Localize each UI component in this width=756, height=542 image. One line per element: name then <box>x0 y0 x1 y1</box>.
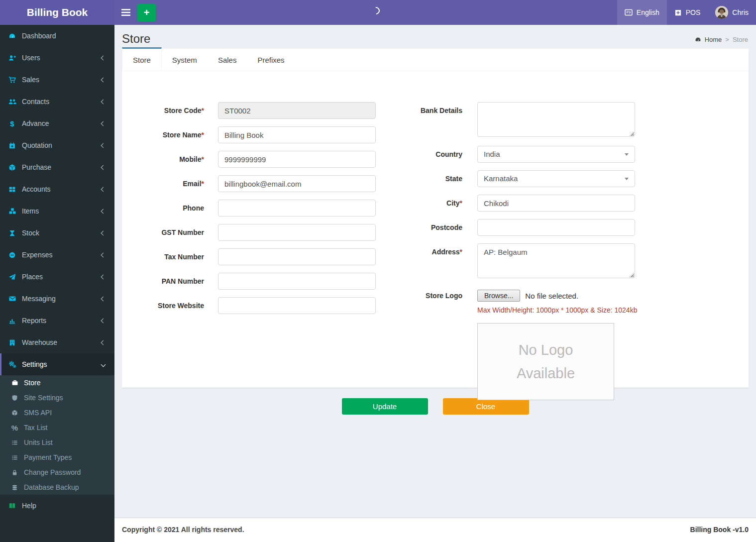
field-store-code: Store Code* <box>122 102 378 119</box>
cart-icon <box>7 76 17 84</box>
chevron-left-icon <box>101 187 106 192</box>
chevron-left-icon <box>101 55 106 60</box>
address-textarea[interactable]: AP: Belgaum <box>477 243 635 278</box>
sidebar-item-sales[interactable]: Sales <box>0 69 114 91</box>
home-icon <box>695 36 701 43</box>
user-name: Chris <box>732 8 749 16</box>
sidebar-item-purchase[interactable]: Purchase <box>0 156 114 178</box>
chevron-left-icon <box>101 274 106 279</box>
cube-icon <box>10 410 19 416</box>
calendar-plus-icon <box>7 142 17 149</box>
sidebar-item-warehouse[interactable]: Warehouse <box>0 331 114 353</box>
sidebar-item-users[interactable]: Users <box>0 47 114 69</box>
field-city: City* <box>380 195 642 212</box>
language-label: English <box>637 8 659 16</box>
store-code-input[interactable] <box>218 102 376 119</box>
sidebar-item-contacts[interactable]: Contacts <box>0 91 114 112</box>
sidebar-item-settings[interactable]: Settings <box>0 353 114 375</box>
sidebar-item-expenses[interactable]: Expenses <box>0 244 114 266</box>
users-icon <box>7 98 17 106</box>
bank-details-textarea[interactable] <box>477 102 635 137</box>
tax-number-input[interactable] <box>218 248 376 265</box>
sidebar-item-dashboard[interactable]: Dashboard <box>0 25 114 47</box>
phone-input[interactable] <box>218 200 376 217</box>
field-store-website: Store Website <box>122 297 378 314</box>
country-select[interactable]: India <box>477 146 635 163</box>
sidebar-item-places[interactable]: Places <box>0 266 114 288</box>
submenu-item-sms-api[interactable]: SMS API <box>0 405 114 420</box>
submenu-item-store[interactable]: Store <box>0 375 114 390</box>
field-gst-number: GST Number <box>122 224 378 241</box>
field-postcode: Postcode <box>380 219 642 236</box>
field-pan-number: PAN Number <box>122 273 378 290</box>
city-input[interactable] <box>477 195 635 212</box>
envelope-icon <box>7 295 17 303</box>
grid-icon <box>7 186 17 193</box>
breadcrumb-current: Store <box>733 36 748 43</box>
field-tax-number: Tax Number <box>122 248 378 265</box>
field-store-name: Store Name* <box>122 126 378 143</box>
chevron-left-icon <box>101 340 106 345</box>
sidebar-item-quotation[interactable]: Quotation <box>0 134 114 156</box>
breadcrumb-home[interactable]: Home <box>705 36 722 43</box>
submenu-item-payment-types[interactable]: Payment Types <box>0 450 114 465</box>
page-title: Store <box>122 32 749 46</box>
language-menu[interactable]: English <box>617 0 667 25</box>
footer: Billing Book -v1.0 Copyright © 2021 All … <box>114 518 756 542</box>
cubes-icon <box>7 207 17 215</box>
bar-chart-icon <box>7 317 17 325</box>
tab-store[interactable]: Store <box>122 47 162 71</box>
sidebar-toggle-button[interactable] <box>114 0 137 25</box>
field-bank-details: Bank Details <box>380 102 642 138</box>
mobile-input[interactable] <box>218 151 376 168</box>
list-icon <box>10 439 19 446</box>
submenu-item-units-list[interactable]: Units List <box>0 435 114 450</box>
language-icon <box>625 9 633 16</box>
store-name-input[interactable] <box>218 126 376 143</box>
sidebar: Dashboard Users Sales Contacts $ Advance… <box>0 25 114 542</box>
field-country: Country India <box>380 146 642 163</box>
sidebar-item-items[interactable]: Items <box>0 200 114 222</box>
file-status-text: No file selected. <box>525 292 578 300</box>
building-icon <box>7 339 17 346</box>
sidebar-item-messaging[interactable]: Messaging <box>0 288 114 310</box>
submenu-item-database-backup[interactable]: Database Backup <box>0 480 114 495</box>
gst-number-input[interactable] <box>218 224 376 241</box>
tab-system[interactable]: System <box>162 49 208 71</box>
state-select[interactable]: Karnataka <box>477 170 635 187</box>
browse-button[interactable]: Browse... <box>477 290 520 302</box>
submenu-item-tax-list[interactable]: % Tax List <box>0 420 114 435</box>
sidebar-item-accounts[interactable]: Accounts <box>0 178 114 200</box>
settings-submenu: Store Site Settings SMS API % Tax List U… <box>0 375 114 495</box>
database-icon <box>10 484 19 491</box>
sidebar-item-stock[interactable]: Stock <box>0 222 114 244</box>
sidebar-item-reports[interactable]: Reports <box>0 310 114 331</box>
add-new-button[interactable]: + <box>137 4 156 21</box>
chevron-left-icon <box>101 296 106 301</box>
submenu-item-change-password[interactable]: Change Password <box>0 465 114 480</box>
app-logo[interactable]: Billing Book <box>0 0 114 25</box>
email-input[interactable] <box>218 175 376 192</box>
pan-number-input[interactable] <box>218 273 376 290</box>
field-address: Address* AP: Belgaum <box>380 243 642 280</box>
store-website-input[interactable] <box>218 297 376 314</box>
user-menu[interactable]: Chris <box>708 0 756 25</box>
tab-bar: Store System Sales Prefixes <box>122 49 749 71</box>
chevron-left-icon <box>101 230 106 235</box>
tab-sales[interactable]: Sales <box>208 49 247 71</box>
sidebar-item-advance[interactable]: $ Advance <box>0 112 114 134</box>
book-icon <box>7 502 17 510</box>
tab-prefixes[interactable]: Prefixes <box>247 49 295 71</box>
chevron-left-icon <box>101 99 106 104</box>
logo-size-note: Max Width/Height: 1000px * 1000px & Size… <box>477 306 637 314</box>
caret-down-icon <box>625 153 629 156</box>
shield-icon <box>10 395 19 401</box>
gears-icon <box>7 360 17 368</box>
chevron-left-icon <box>101 252 106 257</box>
postcode-input[interactable] <box>477 219 635 236</box>
pos-menu[interactable]: POS <box>667 0 708 25</box>
hamburger-icon <box>121 9 130 16</box>
sidebar-item-help[interactable]: Help <box>0 495 114 517</box>
dollar-icon: $ <box>7 120 17 127</box>
submenu-item-site-settings[interactable]: Site Settings <box>0 390 114 405</box>
